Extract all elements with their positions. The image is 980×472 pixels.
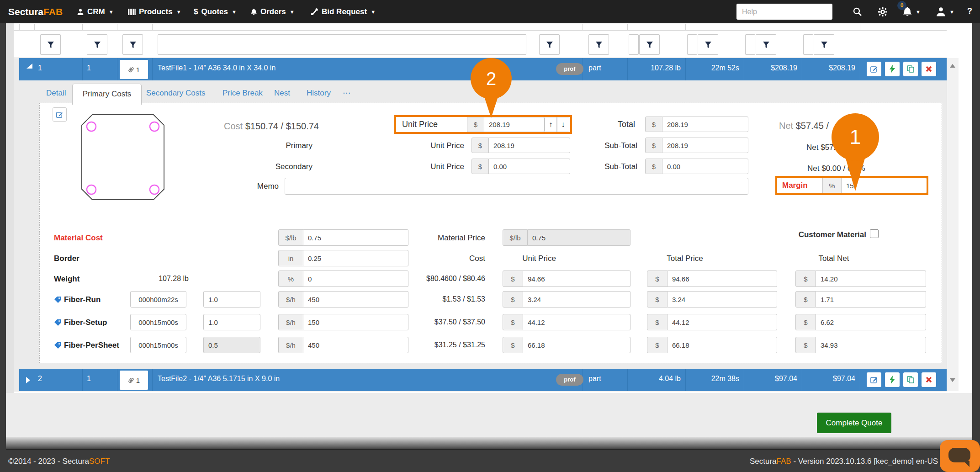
op-cost: $37.50 / $37.50 xyxy=(403,318,485,326)
menu-products[interactable]: Products▼ xyxy=(128,0,181,23)
filter-button[interactable] xyxy=(756,34,776,55)
currency-prefix: $ xyxy=(795,291,816,308)
quick-action-button[interactable] xyxy=(885,372,900,387)
op-time-input[interactable] xyxy=(130,337,186,353)
currency-prefix: $ xyxy=(503,291,523,308)
op-total-net-input[interactable] xyxy=(816,314,926,330)
currency-prefix: $ xyxy=(647,314,667,330)
weight-rate-input[interactable] xyxy=(303,270,408,287)
row-qty: 1 xyxy=(87,64,91,72)
primary-subtotal-label: Sub-Total xyxy=(592,141,637,150)
help-search-input[interactable] xyxy=(736,4,832,20)
collapse-row-icon[interactable] xyxy=(26,64,32,69)
tab-primary-costs[interactable]: Primary Costs xyxy=(72,84,142,105)
filter-button[interactable] xyxy=(588,34,609,55)
op-total-price-input[interactable] xyxy=(667,291,777,308)
help-icon[interactable]: ? xyxy=(967,6,972,16)
tab-more[interactable]: ⋯ xyxy=(343,84,350,103)
unit-price-input[interactable] xyxy=(484,117,545,132)
menu-orders[interactable]: Orders▼ xyxy=(250,0,295,23)
edit-part-button[interactable] xyxy=(53,107,67,122)
scroll-down-icon[interactable] xyxy=(950,378,955,382)
delete-button[interactable] xyxy=(922,62,936,76)
vertical-scrollbar[interactable] xyxy=(947,58,959,391)
tab-price-break[interactable]: Price Break xyxy=(222,84,263,103)
filter-input[interactable] xyxy=(687,34,697,55)
filter-input[interactable] xyxy=(629,34,639,55)
tab-detail[interactable]: Detail xyxy=(46,84,66,103)
op-qty-input[interactable] xyxy=(203,314,260,330)
table-row[interactable]: 2 1 1 TestFile2 - 1/4" A36 5.1715 in X 9… xyxy=(14,369,947,391)
op-total-net-input[interactable] xyxy=(816,337,926,353)
total-input[interactable] xyxy=(662,117,748,132)
filter-button[interactable] xyxy=(40,34,61,55)
op-rate-input[interactable] xyxy=(303,291,408,308)
filter-input[interactable] xyxy=(803,34,813,55)
filter-input[interactable] xyxy=(745,34,755,55)
material-rate-input[interactable] xyxy=(303,229,408,246)
tab-secondary-costs[interactable]: Secondary Costs xyxy=(146,84,205,103)
op-total-price-input[interactable] xyxy=(667,314,777,330)
copy-button[interactable] xyxy=(903,62,918,76)
weight-total-net-input[interactable] xyxy=(816,270,926,287)
edit-button[interactable] xyxy=(867,62,881,76)
scroll-up-icon[interactable] xyxy=(950,64,955,68)
gear-icon[interactable] xyxy=(878,7,888,17)
primary-label: Primary xyxy=(267,141,313,150)
chat-widget-button[interactable] xyxy=(940,440,980,472)
complete-quote-button[interactable]: Complete Quote xyxy=(817,413,891,433)
copy-button[interactable] xyxy=(903,372,918,387)
op-time-input[interactable] xyxy=(130,291,186,308)
primary-unit-price-input[interactable] xyxy=(489,138,570,153)
tab-nest[interactable]: Nest xyxy=(274,84,290,103)
row-number: 2 xyxy=(38,375,42,383)
menu-bid-request[interactable]: Bid Request▼ xyxy=(311,0,376,23)
border-rate-input[interactable] xyxy=(303,250,408,266)
op-rate-input[interactable] xyxy=(303,314,408,330)
secondary-subtotal-input[interactable] xyxy=(662,159,748,174)
weight-total-price-input[interactable] xyxy=(667,270,777,287)
weight-unit-price-input[interactable] xyxy=(523,270,630,287)
op-rate-input[interactable] xyxy=(303,337,408,353)
tools-icon xyxy=(311,8,318,16)
memo-input[interactable] xyxy=(285,178,748,195)
brand-logo[interactable]: SecturaFAB xyxy=(8,0,63,23)
left-edge-strip xyxy=(0,23,6,450)
op-unit-price-input[interactable] xyxy=(523,314,630,330)
attachment-chip[interactable]: 1 xyxy=(120,60,148,79)
user-icon[interactable] xyxy=(936,6,946,17)
dollar-icon: $ xyxy=(194,7,198,16)
search-icon[interactable] xyxy=(853,7,863,17)
increment-button[interactable]: ↑ xyxy=(545,117,557,132)
menu-quotes[interactable]: $ Quotes▼ xyxy=(194,0,237,23)
tab-history[interactable]: History xyxy=(307,84,331,103)
delete-button[interactable] xyxy=(922,372,936,387)
attachment-chip[interactable]: 1 xyxy=(120,371,148,390)
op-unit-price-input[interactable] xyxy=(523,291,630,308)
op-total-price-input[interactable] xyxy=(667,337,777,353)
decrement-button[interactable]: ↓ xyxy=(557,117,569,132)
op-qty-input[interactable] xyxy=(203,291,260,308)
primary-subtotal-input[interactable] xyxy=(662,138,748,153)
menu-crm[interactable]: CRM▼ xyxy=(77,0,114,23)
op-label: Fiber-Setup xyxy=(64,318,107,327)
edit-button[interactable] xyxy=(867,372,881,387)
filter-button[interactable] xyxy=(539,34,560,55)
filter-button[interactable] xyxy=(87,34,107,55)
chat-bubble-icon xyxy=(948,448,970,462)
customer-material-checkbox[interactable] xyxy=(870,229,879,238)
filter-button[interactable] xyxy=(814,34,834,55)
filter-button[interactable] xyxy=(698,34,718,55)
expand-row-icon[interactable] xyxy=(26,377,30,383)
op-cost: $1.53 / $1.53 xyxy=(403,295,485,303)
cost-header: Cost xyxy=(403,254,485,263)
op-time-input[interactable] xyxy=(130,314,186,330)
secondary-unit-price-input[interactable] xyxy=(489,159,570,174)
description-filter-input[interactable] xyxy=(158,34,526,55)
quick-action-button[interactable] xyxy=(885,62,900,76)
op-total-net-input[interactable] xyxy=(816,291,926,308)
filter-button[interactable] xyxy=(122,34,143,55)
filter-button[interactable] xyxy=(639,34,660,55)
op-unit-price-input[interactable] xyxy=(523,337,630,353)
footer: ©2014 - 2023 - SecturaSOFT SecturaFAB - … xyxy=(0,450,980,472)
